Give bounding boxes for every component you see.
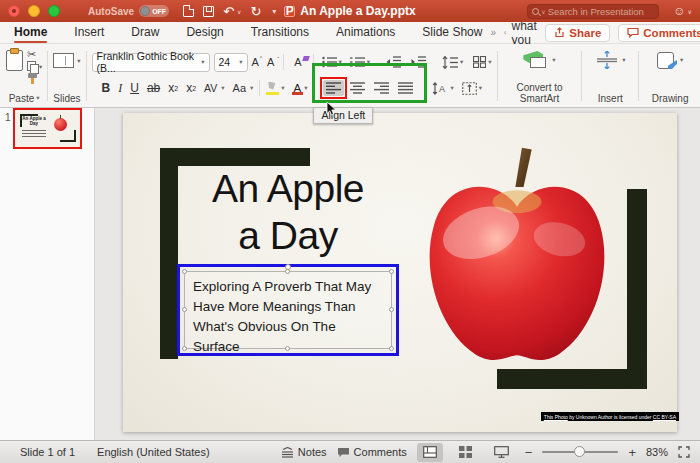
font-size-select[interactable]: 24▾ [214,53,248,72]
tab-design[interactable]: Design [186,22,223,43]
bold-button[interactable]: B [98,82,115,94]
numbering-button[interactable] [348,54,367,70]
bullets-button[interactable] [320,54,339,70]
increase-indent-button[interactable] [409,54,428,70]
slide-canvas[interactable]: An Apple a Day E [123,113,677,432]
tab-overflow-icon[interactable]: » [490,27,494,38]
undo-chevron-icon[interactable]: ∨ [237,8,241,15]
autosave-switch[interactable]: OFF [139,5,169,17]
customize-toolbar-icon[interactable]: ▾ [272,7,276,16]
shrink-font-button[interactable]: Aˇ [263,56,278,68]
columns-button[interactable] [471,54,488,70]
tab-slide-show[interactable]: Slide Show [422,22,482,43]
apple-image[interactable] [419,141,615,367]
resize-handle[interactable] [182,307,187,312]
cut-icon[interactable]: ✂ [27,49,42,60]
format-painter-icon[interactable] [27,73,39,84]
ribbon-divider [47,51,48,101]
align-right-button[interactable] [371,80,392,96]
align-text-button[interactable] [460,80,479,97]
zoom-level[interactable]: 83% [646,446,668,458]
slide-sorter-button[interactable] [453,443,479,462]
fullscreen-button[interactable] [48,5,60,17]
line-spacing-button[interactable] [440,54,460,71]
change-case-button[interactable]: Aa [229,83,250,94]
justify-button[interactable] [395,80,416,96]
paste-icon[interactable] [6,50,23,71]
normal-view-button[interactable] [417,443,443,462]
tab-animations[interactable]: Animations [336,22,395,43]
zoom-slider[interactable] [542,451,618,453]
highlight-color-button[interactable] [266,82,279,95]
tab-insert[interactable]: Insert [74,22,104,43]
share-button[interactable]: Share [545,24,610,42]
resize-handle[interactable] [285,269,290,274]
zoom-in-button[interactable]: + [628,445,636,460]
comments-button[interactable]: Comments [618,24,700,42]
language-indicator[interactable]: English (United States) [97,446,210,458]
drawing-icon[interactable] [657,51,677,69]
feedback-menu[interactable]: ☺∨ [673,4,692,18]
photo-attribution[interactable]: This Photo by Unknown Author is licensed… [541,412,679,421]
superscript-button[interactable]: x2 [164,82,182,94]
autosave-toggle[interactable]: AutoSave OFF [88,5,169,17]
zoom-slider-knob[interactable] [574,446,585,457]
subscript-button[interactable]: x2 [182,82,200,94]
convert-to-smartart-icon[interactable] [523,51,549,69]
resize-handle[interactable] [182,346,187,351]
undo-icon[interactable]: ↶ [223,5,234,18]
slide-body-textbox[interactable]: Exploring A Proverb That May Have More M… [193,277,393,357]
grow-font-button[interactable]: A＾ [248,56,263,68]
underline-button[interactable]: U [126,82,143,94]
search-chevron-icon[interactable]: ∨ [541,8,545,15]
clear-formatting-button[interactable]: A [289,56,306,68]
slides-label[interactable]: Slides [53,94,80,105]
save-icon[interactable] [203,6,214,17]
redo-icon[interactable]: ↻ [250,5,261,18]
tab-draw[interactable]: Draw [131,22,159,43]
drawing-label[interactable]: Drawing [652,94,689,105]
fit-slide-icon[interactable] [678,446,690,458]
notes-toggle[interactable]: Notes [281,446,327,458]
attribution-link[interactable]: This Photo [544,414,568,420]
textbox-selection-frame[interactable]: Exploring A Proverb That May Have More M… [184,271,392,349]
smartart-label-2[interactable]: SmartArt [520,94,559,105]
smartart-label-1[interactable]: Convert to [516,83,562,94]
align-left-tooltip: Align Left [313,107,373,124]
comment-icon [627,27,639,38]
italic-button[interactable]: I [114,82,126,94]
tab-home[interactable]: Home [14,22,47,43]
text-direction-button[interactable]: A [430,80,450,97]
character-spacing-button[interactable]: AV [200,83,221,94]
ribbon-divider [638,51,639,101]
font-name-select[interactable]: Franklin Gothic Book (B...▾ [92,53,210,72]
lightbulb-icon [504,26,507,40]
align-center-button[interactable] [347,80,368,96]
search-box[interactable]: ∨ [527,4,659,19]
slide-title[interactable]: An Apple a Day [178,165,398,259]
insert-icon[interactable] [595,51,619,69]
slideshow-button[interactable] [489,443,515,462]
slide-thumbnail[interactable]: An Apple a Day [13,108,82,149]
powerpoint-window: AutoSave OFF ↶∨ ↻ ▾ P An Apple a Day.ppt… [0,0,700,463]
new-slide-icon[interactable] [53,53,74,68]
decrease-indent-button[interactable] [384,54,403,70]
insert-label[interactable]: Insert [598,94,623,105]
share-label: Share [569,27,601,39]
minimize-button[interactable] [28,5,40,17]
resize-handle[interactable] [389,269,394,274]
close-button[interactable] [8,5,20,17]
tab-transitions[interactable]: Transitions [251,22,309,43]
strikethrough-button[interactable]: ab [143,82,164,94]
attribution-license-link[interactable]: CC BY-SA [653,414,676,420]
new-document-icon[interactable] [183,5,194,17]
search-input[interactable] [548,6,655,17]
paste-label[interactable]: Paste [9,94,35,105]
align-left-button[interactable] [323,80,344,96]
resize-handle[interactable] [182,269,187,274]
copy-icon[interactable] [27,61,38,72]
smartart-group: ▾ Convert to SmartArt [503,47,577,107]
comments-toggle[interactable]: Comments [337,446,407,458]
zoom-out-button[interactable]: − [525,445,533,460]
font-color-button[interactable]: A [291,82,305,94]
